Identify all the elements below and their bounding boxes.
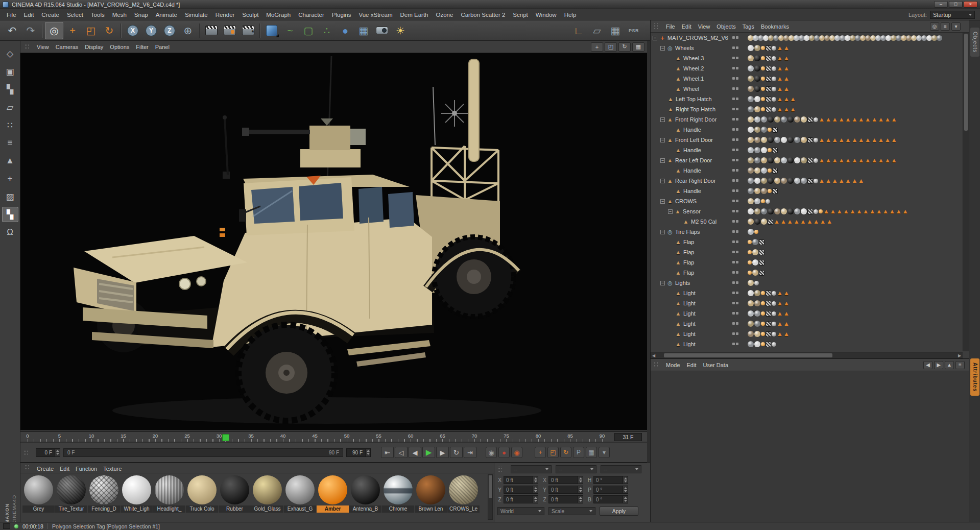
texture-tag-icon[interactable] xyxy=(768,137,774,143)
texture-tag-icon[interactable] xyxy=(761,188,767,194)
visibility-dots[interactable] xyxy=(732,271,738,274)
display-tag-icon[interactable] xyxy=(748,271,752,275)
selection-tag-icon[interactable]: ▲ xyxy=(891,116,897,123)
texture-tag-icon[interactable] xyxy=(754,86,760,92)
texture-tag-icon[interactable] xyxy=(768,116,774,123)
texture-tag-icon[interactable] xyxy=(748,157,754,163)
texture-tag-icon[interactable] xyxy=(801,137,807,143)
materials-menu-create[interactable]: Create xyxy=(34,465,57,473)
object-tree-hscrollbar[interactable]: ◀ ▶ xyxy=(651,352,963,358)
phong-tag-icon[interactable] xyxy=(766,199,770,204)
uv-tag-icon[interactable] xyxy=(807,209,813,214)
texture-tag-icon[interactable] xyxy=(748,331,754,337)
uv-tag-icon[interactable] xyxy=(766,331,771,337)
stepper[interactable] xyxy=(365,449,370,456)
uv-tag-icon[interactable] xyxy=(772,148,778,153)
selection-tag-icon[interactable]: ▲ xyxy=(871,137,877,143)
texture-tag-icon[interactable] xyxy=(748,65,754,71)
selection-tag-icon[interactable]: ▲ xyxy=(819,137,825,143)
object-label[interactable]: Flap xyxy=(682,249,694,255)
texture-tag-icon[interactable] xyxy=(754,331,760,337)
selection-tag-icon[interactable]: ▲ xyxy=(865,157,871,163)
object-label[interactable]: Handle xyxy=(682,127,701,133)
record-pla-button[interactable]: ▦ xyxy=(586,447,597,458)
texture-tag-icon[interactable] xyxy=(761,167,767,174)
uv-tag-icon[interactable] xyxy=(766,311,771,317)
add-deformer-icon[interactable]: ● xyxy=(336,22,354,39)
selection-tag-icon[interactable]: ▲ xyxy=(845,116,851,123)
display-tag-icon[interactable] xyxy=(761,301,765,305)
selection-tag-icon[interactable]: ▲ xyxy=(858,137,864,143)
record-parameter-button[interactable]: P xyxy=(573,447,584,458)
add-mograph-icon[interactable]: ∴ xyxy=(318,22,336,39)
display-tag-icon[interactable] xyxy=(761,342,765,346)
object-label[interactable]: Light xyxy=(682,290,696,296)
object-label[interactable]: Rear Left Door xyxy=(674,157,712,163)
selection-tag-icon[interactable]: ▲ xyxy=(806,219,812,225)
visibility-dots[interactable] xyxy=(732,128,738,131)
object-tree-vscrollbar[interactable] xyxy=(963,33,969,351)
texture-tag-icon[interactable] xyxy=(774,178,780,184)
pan-view-icon[interactable]: + xyxy=(591,42,603,52)
phong-tag-icon[interactable] xyxy=(772,97,776,102)
viewport-canvas[interactable] xyxy=(20,53,647,430)
selection-tag-icon[interactable]: ▲ xyxy=(774,219,780,225)
selection-tag-icon[interactable]: ▲ xyxy=(878,157,884,163)
object-label[interactable]: Wheel.2 xyxy=(682,65,704,71)
selection-tag-icon[interactable]: ▲ xyxy=(819,116,825,123)
timeline-range-slider[interactable]: 0 F 90 F xyxy=(63,448,343,457)
stepper[interactable] xyxy=(578,476,583,484)
uv-tag-icon[interactable] xyxy=(772,168,778,174)
coordinate-space-select[interactable]: World xyxy=(497,507,544,515)
attributes-menu-user-data[interactable]: User Data xyxy=(700,361,732,369)
display-tag-icon[interactable] xyxy=(761,56,765,60)
selection-tag-icon[interactable]: ▲ xyxy=(777,45,783,51)
texture-tag-icon[interactable] xyxy=(748,321,754,327)
coordinate-input-x[interactable]: 0 ft xyxy=(548,476,583,484)
selection-tag-icon[interactable]: ▲ xyxy=(794,219,800,225)
selection-tag-icon[interactable]: ▲ xyxy=(839,137,845,143)
display-tag-icon[interactable] xyxy=(761,311,765,316)
phong-tag-icon[interactable] xyxy=(772,332,776,336)
object-label[interactable]: M2 50 Cal xyxy=(689,219,716,225)
object-label[interactable]: Light xyxy=(682,300,696,306)
expand-toggle[interactable]: − xyxy=(660,117,665,122)
status-menu-icon[interactable] xyxy=(3,523,10,529)
visibility-dots[interactable] xyxy=(732,108,738,110)
texture-tag-icon[interactable] xyxy=(754,208,760,214)
visibility-dots[interactable] xyxy=(732,343,738,345)
uv-tag-icon[interactable] xyxy=(759,260,764,266)
selection-tag-icon[interactable]: ▲ xyxy=(832,157,838,163)
display-tag-icon[interactable] xyxy=(761,107,765,111)
selection-tag-icon[interactable]: ▲ xyxy=(863,208,869,214)
display-tag-icon[interactable] xyxy=(761,97,765,101)
add-environment-icon[interactable]: ▦ xyxy=(354,22,373,39)
texture-tag-icon[interactable] xyxy=(781,157,787,163)
visibility-dots[interactable] xyxy=(732,261,738,263)
texture-tag-icon[interactable] xyxy=(787,137,794,143)
uv-tag-icon[interactable] xyxy=(766,342,771,347)
texture-tag-icon[interactable] xyxy=(748,106,754,112)
visibility-dots[interactable] xyxy=(732,118,738,121)
menu-render[interactable]: Render xyxy=(212,10,238,19)
record-scale-button[interactable]: ◰ xyxy=(547,447,559,458)
phong-tag-icon[interactable] xyxy=(772,291,776,296)
object-label[interactable]: Rear Right Door xyxy=(674,178,715,184)
texture-tag-icon[interactable] xyxy=(754,127,760,133)
display-tag-icon[interactable] xyxy=(748,260,752,264)
texture-tag-icon[interactable] xyxy=(748,137,754,143)
visibility-dots[interactable] xyxy=(732,98,738,100)
texture-tag-icon[interactable] xyxy=(787,116,794,123)
edges-mode-icon[interactable]: ≡ xyxy=(2,135,18,151)
selection-tag-icon[interactable]: ▲ xyxy=(825,116,831,123)
object-label[interactable]: Wheels xyxy=(674,45,694,51)
material-amber[interactable]: Amber xyxy=(317,475,349,513)
texture-tag-icon[interactable] xyxy=(761,219,767,225)
search-icon[interactable]: ◎ xyxy=(930,22,939,31)
layout-select[interactable]: Startup xyxy=(930,11,975,19)
rotate-tool-icon[interactable]: ↻ xyxy=(100,22,118,39)
phong-tag-icon[interactable] xyxy=(772,77,776,81)
live-selection-icon[interactable]: ◎ xyxy=(45,22,63,39)
object-manager-menu-view[interactable]: View xyxy=(695,22,713,31)
next-frame-button[interactable]: ▶ xyxy=(436,447,449,458)
